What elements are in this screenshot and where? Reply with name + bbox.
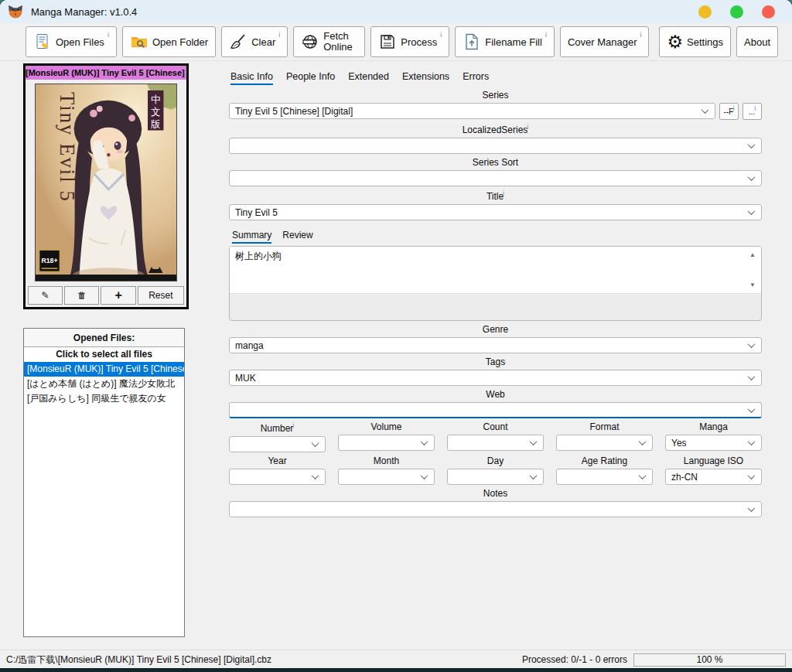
series-label: Series [229,90,762,101]
floppy-disk-icon [378,32,397,51]
tab-review[interactable]: Review [282,230,312,244]
broom-icon [229,32,248,51]
language-iso-combobox[interactable]: zh-CN [665,469,762,485]
open-folder-button[interactable]: Open Folder [122,26,216,57]
chevron-down-icon [639,438,647,445]
chevron-down-icon [748,340,756,348]
format-combobox[interactable] [556,435,653,451]
chevron-down-icon [748,472,756,479]
tab-extensions[interactable]: Extensions [402,71,449,85]
open-files-button[interactable]: Open Filesi [26,26,117,57]
status-file-path: C:/迅雷下载\[MonsieuR (MUK)] Tiny Evil 5 [Ch… [6,653,271,667]
number-label: Numberi [229,421,326,434]
summary-box: 树上的小狗 ▲ ▼ [229,246,762,321]
progress-bar: 100 % [633,653,786,667]
tab-errors[interactable]: Errors [463,71,489,85]
maximize-button[interactable] [730,5,743,19]
count-label: Count [447,421,544,432]
month-label: Month [338,455,435,466]
series-filter-button[interactable]: --Fi [719,103,739,120]
clear-button[interactable]: Cleari [221,26,288,57]
series-sort-label: Series Sort [229,157,762,168]
genre-combobox[interactable]: manga [229,337,762,353]
manga-combobox[interactable]: Yes [665,435,762,451]
traffic-lights [698,5,781,19]
cover-manager-button[interactable]: Cover Manageri [560,26,650,57]
localized-series-combobox[interactable] [229,138,762,154]
year-combobox[interactable] [229,469,326,485]
tab-basic-info[interactable]: Basic Info [230,71,273,85]
file-list-item[interactable]: [MonsieuR (MUK)] Tiny Evil 5 [Chinese] [… [24,362,184,377]
summary-textarea[interactable]: 树上的小狗 ▲ ▼ [230,247,761,294]
folder-search-icon [130,32,148,51]
window-title: Manga Manager: v1.0.4 [31,6,137,18]
file-upload-icon [463,32,481,51]
settings-button[interactable]: ⚙ Settings [659,26,731,57]
year-label: Year [229,455,326,466]
number-combobox[interactable] [229,436,326,452]
age-badge: R18+ [41,257,57,264]
cover-panel: [MonsieuR (MUK)] Tiny Evil 5 [Chinese] [… [23,63,189,309]
tab-extended[interactable]: Extended [348,71,389,85]
file-list-item[interactable]: [戸国みらしち] 同級生で親友の女 [24,391,184,406]
age-rating-label: Age Rating [556,455,653,466]
series-more-button[interactable]: ...i [742,103,762,120]
month-combobox[interactable] [338,469,435,485]
chevron-down-icon [702,106,709,114]
scroll-down-icon[interactable]: ▼ [749,281,756,288]
cover-vertical-title: Tiny Evil 5 [56,92,79,203]
edit-cover-button[interactable]: ✎ [28,286,63,305]
web-combobox[interactable] [229,402,762,418]
svg-text:中: 中 [151,94,161,105]
volume-combobox[interactable] [338,435,435,451]
svg-text:文: 文 [151,106,161,118]
day-combobox[interactable] [447,469,544,485]
fox-app-icon [7,3,24,20]
tab-people-info[interactable]: People Info [286,71,335,85]
scroll-up-icon[interactable]: ▲ [749,251,756,258]
cover-buttons: ✎ + Reset [28,286,184,305]
chevron-down-icon [312,439,319,447]
plus-icon: + [114,288,121,302]
delete-cover-button[interactable] [64,286,99,305]
select-all-files[interactable]: Click to select all files [24,347,184,362]
title-combobox[interactable]: Tiny Evil 5 [229,204,762,220]
chevron-down-icon [748,373,756,380]
fetch-online-button[interactable]: Fetch Online [293,26,365,57]
opened-files-header: Opened Files: [24,329,184,347]
chevron-down-icon [530,472,538,479]
toolbar: Open Filesi Open Folder Cleari [0,23,792,61]
trash-icon [76,290,87,302]
tab-summary[interactable]: Summary [232,230,271,244]
chevron-down-icon [748,141,756,148]
count-combobox[interactable] [447,435,544,451]
process-button[interactable]: Processi [370,26,449,57]
filename-fill-button[interactable]: Filename Filli [455,26,555,57]
series-combobox[interactable]: Tiny Evil 5 [Chinese] [Digital] [229,103,715,119]
status-bar: C:/迅雷下载\[MonsieuR (MUK)] Tiny Evil 5 [Ch… [0,650,792,668]
gear-icon: ⚙ [667,33,683,51]
title-label: Titlei [229,189,762,202]
web-label: Web [229,389,762,400]
file-list-item[interactable]: [はとめ本舗 (はとめ)] 魔法少女敗北 [24,377,184,391]
notes-combobox[interactable] [229,501,762,517]
cover-image[interactable]: Tiny Evil 5 中 文 版 R18+ [35,84,177,281]
chevron-down-icon [748,504,756,512]
add-cover-button[interactable]: + [101,286,135,305]
titlebar: Manga Manager: v1.0.4 [0,0,792,23]
opened-files-panel: Opened Files: Click to select all files … [23,328,185,637]
pen-icon: ✎ [42,290,50,301]
chevron-down-icon [748,405,756,413]
reset-cover-button[interactable]: Reset [138,286,184,305]
series-sort-combobox[interactable] [229,170,762,186]
chevron-down-icon [421,472,428,479]
tags-combobox[interactable]: MUK [229,370,762,386]
cover-illustration: Tiny Evil 5 中 文 版 R18+ [36,84,176,281]
day-label: Day [447,455,544,466]
minimize-button[interactable] [698,5,712,19]
manga-label: Manga [665,421,762,432]
age-rating-combobox[interactable] [556,469,653,485]
about-button[interactable]: About [736,26,778,57]
main-tabs: Basic Info People Info Extended Extensio… [230,71,762,85]
close-button[interactable] [762,5,775,19]
